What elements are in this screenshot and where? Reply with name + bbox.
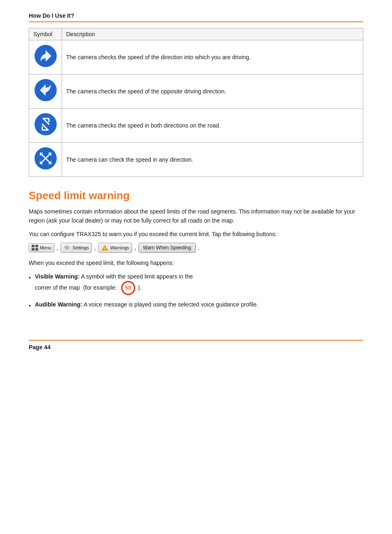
table-desc-1: The camera checks the speed of the direc…	[62, 40, 363, 74]
menu-button[interactable]: Menu	[29, 243, 54, 252]
table-col-description: Description	[62, 28, 363, 40]
list-item-2: • Audible Warning: A voice message is pl…	[29, 300, 363, 310]
list-item-1: • Visible Warning: A symbol with the spe…	[29, 272, 363, 295]
bullet-dot-2: •	[29, 301, 31, 310]
audible-warning-label: Audible Warning:	[35, 301, 82, 308]
list-item-2-text: Audible Warning: A voice message is play…	[35, 300, 258, 309]
visible-warning-cont: corner of the map (for example:	[35, 284, 118, 291]
svg-rect-27	[35, 248, 38, 251]
speed-para-3: When you exceed the speed limit, the fol…	[29, 258, 363, 267]
symbol-cell-1	[29, 40, 62, 74]
warnings-label: Warnings	[110, 245, 129, 250]
symbol-cell-3	[29, 109, 62, 143]
comma-3: ,	[134, 244, 136, 251]
table-row: The camera checks the speed in both dire…	[29, 109, 363, 143]
visible-warning-label: Visible Warning:	[35, 273, 80, 280]
page-title: How Do I Use It?	[29, 12, 363, 19]
speed-section-title: Speed limit warning	[29, 189, 363, 202]
bullet-dot-1: •	[29, 273, 31, 282]
settings-label: Settings	[72, 245, 89, 250]
page-container: How Do I Use It? Symbol Description	[0, 0, 392, 534]
warn-when-speeding-button[interactable]: Warn When Speeding	[138, 243, 196, 253]
footer-page-number: Page 44	[0, 344, 392, 359]
warnings-button[interactable]: ! Warnings	[98, 243, 132, 253]
comma-1: ,	[57, 244, 58, 251]
speed-para-1: Maps sometimes contain information about…	[29, 207, 363, 225]
camera-icon-4	[34, 147, 57, 170]
table-col-symbol: Symbol	[29, 28, 62, 40]
svg-rect-26	[32, 248, 35, 251]
table-desc-4: The camera can check the speed in any di…	[62, 143, 363, 177]
warnings-icon: !	[101, 244, 108, 251]
svg-text:!: !	[104, 246, 106, 251]
button-row: Menu , Settings ,	[29, 243, 363, 253]
table-desc-3: The camera checks the speed in both dire…	[62, 109, 363, 143]
visible-warning-end: ).	[138, 284, 142, 291]
svg-rect-24	[32, 245, 35, 247]
period-1: .	[198, 244, 200, 251]
table-row: The camera checks the speed of the oppos…	[29, 74, 363, 109]
table-row: The camera checks the speed of the direc…	[29, 40, 363, 74]
visible-warning-text: A symbol with the speed limit appears in…	[81, 273, 193, 280]
svg-point-29	[67, 247, 68, 248]
speed-badge: 50	[121, 281, 135, 295]
audible-warning-text: A voice message is played using the sele…	[83, 301, 258, 308]
svg-rect-25	[35, 245, 38, 247]
camera-icon-1	[34, 44, 57, 67]
settings-button[interactable]: Settings	[60, 243, 92, 253]
svg-point-14	[35, 113, 57, 135]
list-item-1-text: Visible Warning: A symbol with the speed…	[35, 272, 193, 295]
menu-label: Menu	[40, 245, 51, 250]
camera-icon-2	[34, 79, 57, 102]
camera-icon-3	[34, 113, 57, 136]
table-desc-2: The camera checks the speed of the oppos…	[62, 74, 363, 109]
warn-speeding-label: Warn When Speeding	[143, 245, 191, 251]
settings-icon	[63, 244, 71, 251]
header-rule	[29, 21, 363, 22]
footer-rule	[29, 340, 363, 341]
bullet-list: • Visible Warning: A symbol with the spe…	[29, 272, 363, 311]
symbol-cell-4	[29, 143, 62, 177]
symbol-table: Symbol Description The camera checks the…	[29, 28, 363, 177]
symbol-cell-2	[29, 74, 62, 109]
menu-icon	[32, 245, 38, 251]
comma-2: ,	[94, 244, 96, 251]
speed-para-2: You can configure TRAX325 to warn you if…	[29, 230, 363, 239]
table-row: The camera can check the speed in any di…	[29, 143, 363, 177]
